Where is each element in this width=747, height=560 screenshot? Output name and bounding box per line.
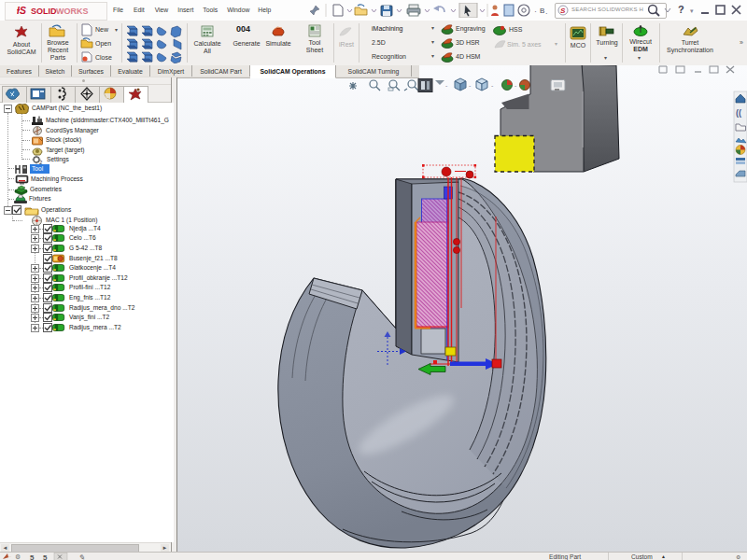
svg-text:((: ((	[736, 108, 741, 118]
svg-text:·: ·	[534, 7, 537, 16]
svg-text:S: S	[560, 7, 566, 15]
svg-text:WORKS: WORKS	[56, 7, 89, 16]
svg-text:✎: ✎	[78, 553, 85, 560]
svg-text:5: 5	[30, 553, 35, 560]
svg-text:B: B	[540, 7, 544, 15]
svg-text:ƗS: ƗS	[17, 5, 26, 16]
svg-text:.: .	[545, 7, 548, 16]
svg-text:⚙: ⚙	[15, 553, 21, 560]
svg-text:5: 5	[43, 553, 48, 560]
svg-text:SOLID: SOLID	[31, 7, 57, 16]
